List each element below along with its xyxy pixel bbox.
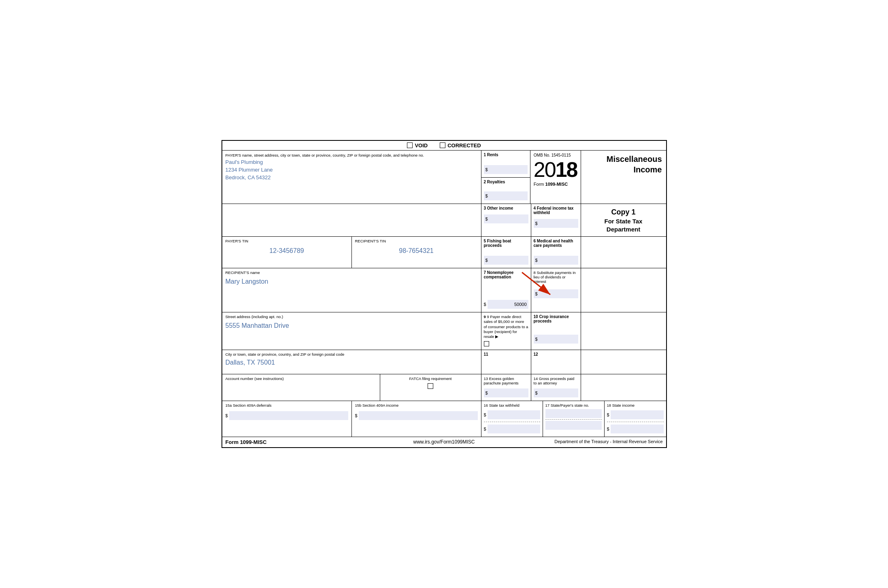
f7-value: 50000: [514, 302, 527, 307]
f15b-input[interactable]: [359, 411, 478, 420]
f16-row2: $: [484, 423, 540, 435]
recipient-tin-value: 98-7654321: [355, 244, 478, 258]
omb-number: OMB No. 1545-0115: [534, 153, 577, 157]
f11-cell: 11: [481, 350, 531, 374]
copy-subtitle-line2: Department: [607, 226, 640, 233]
f7-dollar: $: [484, 302, 486, 307]
f17-label: 17 State/Payer's state no.: [545, 403, 602, 408]
f18-cell: 18 State income $ $: [605, 401, 666, 437]
f13-input[interactable]: $: [484, 388, 528, 397]
f16-input2[interactable]: [488, 425, 540, 433]
account-right-spacer: [581, 374, 666, 401]
f4-input[interactable]: $: [534, 219, 578, 228]
recipient-right-spacer: [581, 268, 666, 312]
f9-label-text: 9 Payer made direct sales of $5,000 or m…: [484, 314, 528, 339]
form-footer: Form 1099-MISC www.irs.gov/Form1099MISC …: [222, 437, 666, 447]
f18-dashed: [607, 422, 664, 422]
copy-section: Copy 1 For State Tax Department: [581, 204, 666, 236]
recipient-name-value: Mary Langston: [226, 278, 478, 285]
f17-cell: 17 State/Payer's state no.: [543, 401, 605, 437]
f17-input1[interactable]: [545, 409, 602, 418]
payer-tin-value: 12-3456789: [226, 244, 348, 258]
f6-input[interactable]: $: [534, 256, 578, 265]
f18-input1[interactable]: [611, 410, 664, 419]
payer-name: Paul's Plumbing: [226, 159, 478, 165]
f16-input1[interactable]: [488, 410, 540, 419]
copy-subtitle: For State Tax Department: [605, 217, 643, 233]
f5-dollar: $: [486, 258, 488, 263]
f5-label: 5 Fishing boat proceeds: [484, 239, 528, 248]
f14-cell: 14 Gross proceeds paid to an attorney $: [531, 374, 581, 401]
street-right-spacer: [581, 312, 666, 350]
f18-dollar2: $: [607, 427, 609, 431]
city-value: Dallas, TX 75001: [226, 359, 478, 366]
recipient-name-label: RECIPIENT'S name: [226, 270, 478, 275]
f15b-dollar-row: $: [355, 410, 478, 421]
recipient-row: RECIPIENT'S name Mary Langston 7 Nonempl…: [222, 268, 666, 312]
f3-dollar: $: [486, 217, 488, 221]
form-name: Form 1099-MISC: [534, 182, 577, 187]
corrected-checkbox[interactable]: [440, 142, 445, 148]
footer-dept: Department of the Treasury - Internal Re…: [517, 439, 663, 445]
omb-section: OMB No. 1545-0115 2018 Form 1099-MISC: [530, 151, 581, 204]
account-label: Account number (see instructions): [226, 376, 377, 381]
year-display: 2018: [534, 159, 577, 180]
street-value: 5555 Manhattan Drive: [226, 322, 478, 329]
f9-checkbox[interactable]: [484, 341, 489, 346]
f7-label: 7 Nonemployee compensation: [484, 270, 528, 279]
f18-input2[interactable]: [611, 425, 664, 433]
f8-input[interactable]: $: [534, 289, 578, 298]
payer-address: 1234 Plummer Lane: [226, 167, 478, 173]
year-thin: 20: [534, 158, 556, 181]
void-checkbox[interactable]: [407, 142, 413, 148]
year-bold: 18: [556, 158, 577, 181]
misc-income-line2: Income: [633, 165, 662, 174]
f14-dollar: $: [535, 391, 538, 395]
fatca-label: FATCA filing requirement: [409, 376, 452, 381]
bottom-row: 15a Section 409A deferrals $ 15b Section…: [222, 401, 666, 437]
f15b-label: 15b Section 409A income: [355, 403, 478, 408]
f2-label: 2 Royalties: [484, 180, 528, 184]
f17-dashed: [545, 419, 602, 420]
account-row: Account number (see instructions) FATCA …: [222, 374, 666, 401]
f16-dollar1: $: [484, 412, 486, 417]
f17-input2[interactable]: [545, 421, 602, 430]
f8-label: 8 Substitute payments in lieu of dividen…: [534, 270, 578, 284]
tin-right-spacer: [581, 237, 666, 268]
f2-input[interactable]: $: [484, 191, 528, 200]
f16-dashed: [484, 422, 540, 422]
footer-website: www.irs.gov/Form1099MISC: [371, 439, 517, 445]
payer-label: PAYER'S name, street address, city or to…: [226, 153, 478, 157]
f7-cell: 7 Nonemployee compensation $ 50000: [481, 268, 531, 312]
misc-income-line1: Miscellaneous: [607, 155, 662, 163]
f14-input[interactable]: $: [534, 388, 578, 397]
f5-input[interactable]: $: [484, 256, 528, 265]
f10-input[interactable]: $: [534, 335, 578, 344]
f5-cell: 5 Fishing boat proceeds $: [481, 237, 531, 268]
fatca-cell: FATCA filing requirement: [380, 374, 481, 401]
copy-title: Copy 1: [611, 207, 635, 217]
payer-section: PAYER'S name, street address, city or to…: [222, 151, 481, 204]
f7-input[interactable]: 50000: [488, 300, 528, 309]
f3-input[interactable]: $: [484, 214, 528, 223]
f11-label: 11: [484, 352, 528, 357]
copy-subtitle-line1: For State Tax: [605, 218, 643, 225]
f4-label: 4 Federal income tax withheld: [534, 206, 578, 215]
city-cell: City or town, state or province, country…: [222, 350, 481, 374]
f15a-input[interactable]: [229, 411, 348, 420]
row-other-federal: 3 Other income $ 4 Federal income tax wi…: [222, 204, 666, 237]
f15a-cell: 15a Section 409A deferrals $: [222, 401, 352, 437]
f16-label: 16 State tax withheld: [484, 403, 540, 408]
f16-dollar2: $: [484, 427, 486, 431]
header-row: PAYER'S name, street address, city or to…: [222, 151, 666, 204]
void-corrected-row: VOID CORRECTED: [222, 141, 666, 151]
f4-cell: 4 Federal income tax withheld $: [531, 204, 581, 236]
f1-input[interactable]: $: [484, 165, 528, 174]
tin-row: PAYER'S TIN 12-3456789 RECIPIENT'S TIN 9…: [222, 237, 666, 268]
f9-label: 9 9 Payer made direct sales of $5,000 or…: [484, 314, 528, 348]
fatca-checkbox[interactable]: [428, 383, 433, 389]
account-cell: Account number (see instructions): [222, 374, 380, 401]
f15b-cell: 15b Section 409A income $: [352, 401, 481, 437]
payer-spacer-1: [222, 204, 481, 236]
f6-dollar: $: [535, 258, 538, 263]
